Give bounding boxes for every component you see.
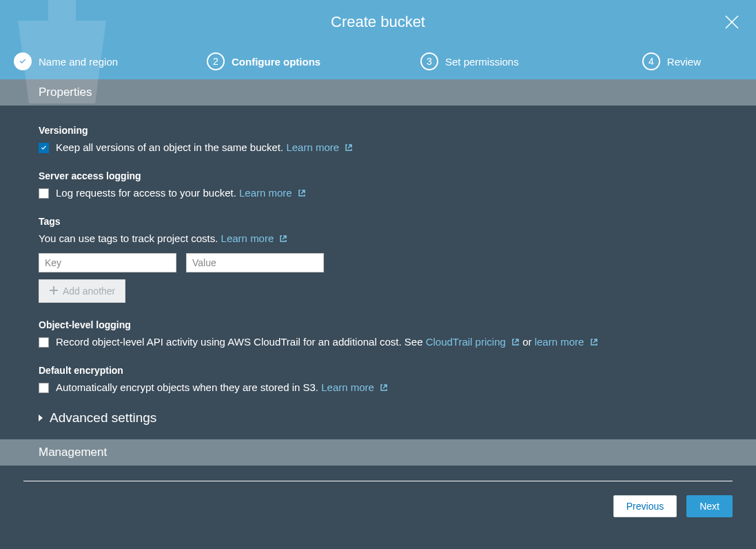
step-configure-options[interactable]: 2 Configure options: [207, 52, 420, 70]
versioning-group: Versioning Keep all versions of an objec…: [39, 125, 717, 154]
advanced-settings-label: Advanced settings: [50, 410, 156, 426]
encryption-desc: Automatically encrypt objects when they …: [56, 381, 318, 393]
step-number: 2: [207, 52, 225, 70]
plus-icon: [49, 286, 59, 297]
step-number: 4: [642, 52, 660, 70]
server-logging-learn-more-link[interactable]: Learn more: [239, 187, 306, 199]
external-link-icon: [345, 142, 353, 154]
link-text: Learn more: [286, 141, 339, 153]
object-logging-learn-more-link[interactable]: learn more: [535, 336, 598, 348]
encryption-learn-more-link[interactable]: Learn more: [321, 381, 388, 393]
caret-right-icon: [39, 415, 43, 421]
dialog-header: Create bucket: [0, 0, 756, 43]
tags-title: Tags: [39, 216, 717, 227]
step-review[interactable]: 4 Review: [613, 52, 742, 70]
versioning-desc: Keep all versions of an object in the sa…: [56, 141, 283, 153]
tags-learn-more-link[interactable]: Learn more: [221, 232, 288, 244]
server-logging-desc: Log requests for access to your bucket.: [56, 187, 236, 199]
object-logging-group: Object-level logging Record object-level…: [39, 319, 717, 348]
properties-panel: Versioning Keep all versions of an objec…: [0, 106, 756, 439]
external-link-icon: [590, 337, 598, 348]
step-set-permissions[interactable]: 3 Set permissions: [420, 52, 613, 70]
object-logging-checkbox[interactable]: [39, 337, 49, 348]
server-logging-checkbox[interactable]: [39, 188, 49, 199]
step-number: 3: [420, 52, 438, 70]
tag-key-input[interactable]: [39, 253, 176, 272]
versioning-title: Versioning: [39, 125, 717, 136]
section-properties-header: Properties: [0, 79, 756, 106]
object-logging-title: Object-level logging: [39, 319, 717, 330]
tag-value-input[interactable]: [186, 253, 324, 272]
versioning-text: Keep all versions of an object in the sa…: [56, 141, 353, 154]
object-logging-or: or: [522, 336, 535, 348]
section-management-header: Management: [0, 439, 756, 466]
link-text: Learn more: [221, 232, 274, 244]
tags-group: Tags You can use tags to track project c…: [39, 216, 717, 303]
cloudtrail-pricing-link[interactable]: CloudTrail pricing: [426, 336, 523, 348]
external-link-icon: [511, 337, 520, 348]
encryption-group: Default encryption Automatically encrypt…: [39, 365, 717, 394]
link-text: CloudTrail pricing: [426, 336, 506, 348]
link-text: Learn more: [321, 381, 374, 393]
add-another-tag-button[interactable]: Add another: [39, 279, 125, 303]
previous-button[interactable]: Previous: [613, 495, 677, 517]
dialog-title: Create bucket: [331, 13, 425, 31]
step-label: Review: [667, 56, 701, 68]
link-text: learn more: [535, 336, 584, 348]
versioning-learn-more-link[interactable]: Learn more: [286, 141, 353, 153]
encryption-checkbox[interactable]: [39, 383, 49, 393]
versioning-checkbox[interactable]: [39, 143, 49, 153]
encryption-title: Default encryption: [39, 365, 717, 376]
step-name-region[interactable]: Name and region: [14, 52, 207, 70]
object-logging-text: Record object-level API activity using A…: [56, 336, 598, 348]
advanced-settings-toggle[interactable]: Advanced settings: [39, 410, 717, 426]
add-button-label: Add another: [63, 286, 115, 297]
encryption-text: Automatically encrypt objects when they …: [56, 381, 388, 394]
server-logging-text: Log requests for access to your bucket. …: [56, 187, 306, 199]
server-logging-group: Server access logging Log requests for a…: [39, 170, 717, 199]
svg-rect-3: [50, 290, 58, 291]
close-icon[interactable]: [724, 14, 739, 30]
check-icon: [14, 52, 32, 70]
next-button[interactable]: Next: [686, 495, 733, 517]
external-link-icon: [279, 233, 287, 245]
step-label: Configure options: [232, 56, 320, 68]
step-label: Name and region: [39, 56, 118, 68]
wizard-steps: Name and region 2 Configure options 3 Se…: [0, 43, 756, 79]
link-text: Learn more: [239, 187, 292, 199]
object-logging-desc: Record object-level API activity using A…: [56, 336, 422, 348]
server-logging-title: Server access logging: [39, 170, 717, 181]
tags-desc: You can use tags to track project costs.: [39, 232, 218, 244]
wizard-footer: Previous Next: [0, 481, 756, 531]
external-link-icon: [380, 382, 388, 394]
step-label: Set permissions: [445, 56, 519, 68]
external-link-icon: [298, 188, 306, 199]
